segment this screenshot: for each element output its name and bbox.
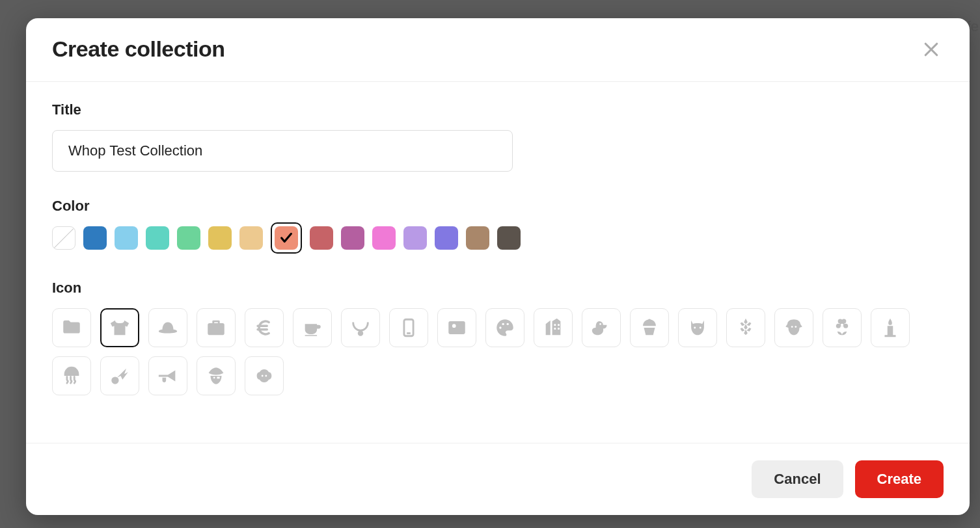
close-button[interactable] (919, 37, 944, 62)
svg-point-0 (359, 332, 362, 336)
svg-point-27 (262, 375, 264, 377)
icon-option-shuttlecock[interactable] (100, 356, 139, 395)
color-swatch-rose[interactable] (310, 226, 333, 250)
color-swatch-pink[interactable] (372, 226, 396, 250)
wheat-icon (735, 317, 757, 339)
color-swatch-teal[interactable] (146, 226, 169, 250)
tshirt-icon (109, 317, 131, 339)
icon-option-cupcake[interactable] (630, 308, 669, 347)
icon-option-palette[interactable] (485, 308, 524, 347)
color-section: Color (52, 198, 944, 254)
svg-rect-11 (558, 328, 560, 330)
icon-option-phone[interactable] (389, 308, 428, 347)
icon-option-necklace[interactable] (341, 308, 380, 347)
briefcase-icon (205, 317, 227, 339)
svg-point-24 (111, 376, 118, 384)
color-swatch-plum[interactable] (341, 226, 364, 250)
icon-option-pirate[interactable] (197, 356, 236, 395)
icon-option-jellyfish[interactable] (52, 356, 91, 395)
color-swatch-blue[interactable] (83, 226, 107, 250)
color-swatch-lavender[interactable] (403, 226, 427, 250)
svg-point-23 (841, 324, 843, 326)
icon-section: Icon (52, 280, 944, 395)
check-icon (279, 231, 293, 245)
cupcake-icon (638, 317, 660, 339)
icon-option-candle[interactable] (871, 308, 910, 347)
icon-option-dog[interactable] (774, 308, 813, 347)
icon-option-image[interactable] (437, 308, 476, 347)
color-swatch-tan[interactable] (239, 226, 263, 250)
modal-footer: Cancel Create (26, 443, 970, 515)
coffee-icon (301, 317, 323, 339)
svg-point-6 (502, 323, 504, 325)
svg-point-13 (648, 319, 651, 322)
necklace-icon (349, 317, 372, 339)
svg-rect-26 (217, 376, 219, 378)
icon-option-euro[interactable] (245, 308, 284, 347)
duck-icon (590, 317, 612, 339)
color-swatch-brown[interactable] (466, 226, 489, 250)
create-button[interactable]: Create (855, 460, 944, 498)
color-row (52, 226, 944, 254)
icon-option-briefcase[interactable] (197, 308, 236, 347)
flower-icon (831, 317, 853, 339)
icon-option-flower[interactable] (823, 308, 862, 347)
pirate-icon (205, 365, 227, 387)
icon-grid (52, 308, 944, 395)
euro-icon (253, 317, 275, 339)
palette-icon (494, 317, 516, 339)
shuttlecock-icon (109, 365, 131, 387)
modal-body: Title Color Icon (26, 82, 970, 443)
icon-option-tshirt[interactable] (100, 308, 139, 347)
image-icon (446, 317, 468, 339)
color-swatch-violet[interactable] (435, 226, 458, 250)
svg-point-5 (499, 326, 501, 328)
candle-icon (879, 317, 901, 339)
modal-title: Create collection (52, 36, 225, 62)
color-swatch-sky[interactable] (115, 226, 138, 250)
create-collection-modal: Create collection Title Color Icon Cance… (26, 18, 970, 515)
icon-option-sheep[interactable] (245, 356, 284, 395)
cancel-button[interactable]: Cancel (752, 460, 843, 498)
svg-point-12 (599, 323, 601, 325)
icon-option-coffee[interactable] (293, 308, 332, 347)
svg-point-28 (265, 375, 267, 377)
svg-rect-8 (554, 324, 556, 326)
svg-point-25 (213, 376, 215, 378)
icon-option-wheat[interactable] (726, 308, 765, 347)
title-input[interactable] (52, 130, 513, 172)
svg-rect-10 (554, 328, 556, 330)
close-icon (921, 40, 941, 59)
svg-point-4 (452, 324, 456, 328)
color-swatch-green[interactable] (177, 226, 200, 250)
svg-point-20 (843, 324, 848, 328)
svg-point-17 (795, 326, 796, 328)
svg-rect-3 (448, 321, 465, 334)
icon-option-building[interactable] (534, 308, 573, 347)
icon-option-cat[interactable] (678, 308, 717, 347)
svg-point-22 (841, 319, 846, 324)
color-label: Color (52, 198, 944, 215)
hat-icon (157, 317, 179, 339)
svg-rect-9 (558, 324, 560, 326)
svg-point-15 (700, 327, 701, 329)
dog-icon (783, 317, 805, 339)
icon-option-folder[interactable] (52, 308, 91, 347)
color-swatch-none[interactable] (52, 226, 75, 250)
building-icon (542, 317, 564, 339)
jellyfish-icon (61, 365, 83, 387)
sheep-icon (253, 365, 275, 387)
title-section: Title (52, 101, 944, 172)
svg-point-7 (507, 323, 509, 325)
title-label: Title (52, 101, 944, 118)
svg-point-19 (836, 324, 841, 328)
icon-option-trumpet[interactable] (148, 356, 187, 395)
trumpet-icon (157, 365, 179, 387)
icon-option-duck[interactable] (582, 308, 621, 347)
folder-icon (61, 317, 83, 339)
color-swatch-gold[interactable] (208, 226, 232, 250)
icon-label: Icon (52, 280, 944, 297)
icon-option-hat[interactable] (148, 308, 187, 347)
color-swatch-charcoal[interactable] (497, 226, 521, 250)
color-swatch-coral[interactable] (271, 222, 302, 254)
